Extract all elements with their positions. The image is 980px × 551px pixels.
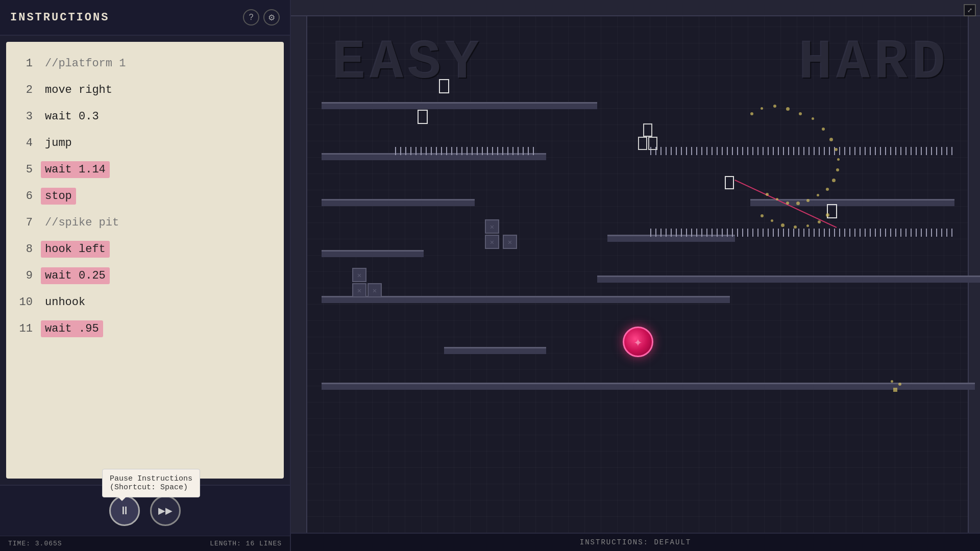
platform-7	[444, 347, 546, 354]
border-top	[291, 0, 980, 16]
character-4	[648, 137, 657, 150]
crate-4	[352, 283, 366, 297]
line-content: hook left	[41, 241, 110, 258]
line-content: //spike pit	[41, 214, 123, 231]
line-number: 7	[10, 216, 41, 229]
debris-3	[891, 380, 893, 383]
code-line: 10unhook	[10, 289, 280, 315]
platform-top	[322, 102, 597, 109]
line-content: jump	[41, 135, 76, 152]
line-content: wait .95	[41, 320, 103, 337]
code-line: 11wait .95	[10, 315, 280, 342]
line-content: //platform 1	[41, 55, 130, 72]
bg-hard-text: HARD	[798, 31, 949, 94]
code-line: 6stop	[10, 183, 280, 209]
code-line: 4jump	[10, 130, 280, 156]
line-number: 10	[10, 296, 41, 309]
code-line: 7//spike pit	[10, 209, 280, 236]
crate-1	[485, 235, 499, 249]
help-button[interactable]: ?	[243, 9, 259, 26]
crate-6	[352, 268, 366, 282]
line-content: unhook	[41, 294, 89, 311]
debris-1	[893, 388, 897, 392]
settings-button[interactable]: ⚙	[263, 9, 280, 26]
left-panel: INSTRUCTIONS ? ⚙ 1//platform 12move righ…	[0, 0, 291, 551]
platform-5	[322, 250, 424, 257]
spikes-2	[648, 147, 954, 155]
tooltip-shortcut: (Shortcut: Space)	[110, 483, 192, 492]
line-content: wait 0.3	[41, 108, 103, 125]
step-button[interactable]: ▶▶	[150, 495, 181, 526]
code-line: 3wait 0.3	[10, 103, 280, 130]
debris-2	[898, 383, 901, 386]
character-2	[418, 110, 428, 124]
crate-3	[485, 219, 499, 234]
line-number: 4	[10, 137, 41, 149]
controls-bar: ⏸ ▶▶ Pause Instructions (Shortcut: Space…	[0, 485, 290, 536]
code-line: 2move right	[10, 77, 280, 103]
fullscreen-button[interactable]: ⤢	[964, 4, 976, 16]
game-bottom-bar: INSTRUCTIONS: DEFAULT	[291, 533, 980, 551]
platform-ground	[322, 383, 975, 390]
code-line: 9wait 0.25	[10, 262, 280, 289]
crate-5	[368, 283, 382, 297]
game-viewport: EASY HARD	[291, 0, 980, 551]
line-number: 1	[10, 57, 41, 70]
line-content: stop	[41, 188, 76, 205]
character-main	[725, 176, 734, 189]
panel-header: INSTRUCTIONS ? ⚙	[0, 0, 290, 36]
header-icons: ? ⚙	[243, 9, 280, 26]
spikes-3	[648, 229, 954, 237]
line-content: wait 0.25	[41, 267, 110, 284]
line-number: 3	[10, 110, 41, 123]
character-5	[643, 123, 652, 137]
line-number: 9	[10, 269, 41, 282]
code-line: 8hook left	[10, 236, 280, 262]
character-3	[638, 137, 647, 150]
panel-title: INSTRUCTIONS	[10, 11, 109, 24]
time-display: TIME: 3.065S	[8, 540, 62, 547]
game-instructions-label: INSTRUCTIONS: DEFAULT	[580, 538, 691, 546]
status-bar: TIME: 3.065S LENGTH: 16 LINES	[0, 536, 290, 551]
line-number: 2	[10, 84, 41, 96]
tooltip-title: Pause Instructions	[110, 474, 192, 483]
line-number: 5	[10, 163, 41, 176]
line-content: move right	[41, 82, 116, 98]
line-number: 11	[10, 322, 41, 335]
platform-3	[322, 199, 475, 206]
platform-9	[750, 199, 954, 206]
border-left	[291, 0, 307, 533]
length-display: LENGTH: 16 LINES	[210, 540, 282, 547]
line-content: wait 1.14	[41, 161, 110, 178]
crate-2	[503, 235, 517, 249]
code-editor[interactable]: 1//platform 12move right3wait 0.34jump5w…	[6, 42, 284, 479]
character-1	[439, 79, 449, 93]
platform-6	[322, 296, 730, 303]
line-number: 6	[10, 190, 41, 203]
code-line: 5wait 1.14	[10, 156, 280, 183]
bg-easy-text: EASY	[332, 31, 483, 94]
spinning-entity	[623, 327, 653, 357]
line-number: 8	[10, 243, 41, 256]
code-line: 1//platform 1	[10, 50, 280, 77]
border-right	[968, 0, 980, 533]
platform-8	[597, 276, 980, 283]
pause-tooltip: Pause Instructions (Shortcut: Space)	[102, 469, 200, 497]
game-scene: EASY HARD	[291, 0, 980, 533]
spikes-1	[393, 147, 536, 155]
